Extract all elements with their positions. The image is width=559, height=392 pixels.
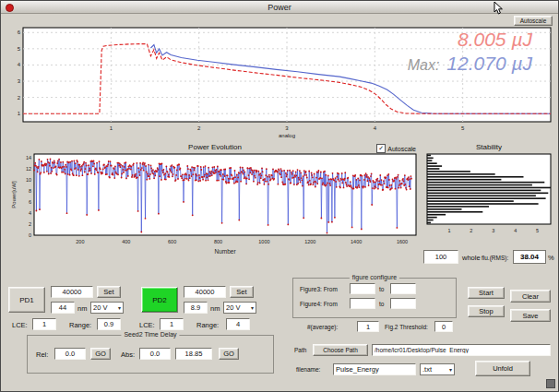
pd1-button[interactable]: PD1 [8, 287, 45, 313]
fig2-threshold-label: Fig.2 Threshold: [385, 324, 428, 330]
whole-count-input[interactable] [423, 250, 458, 264]
chevron-down-icon: ▾ [449, 366, 452, 373]
clear-button[interactable]: Clear [510, 290, 551, 303]
evolution-autoscale-checkbox[interactable]: ✓ Autoscale [376, 144, 416, 153]
svg-text:5: 5 [18, 46, 21, 52]
figure4-range-label: Figure4: From [300, 301, 338, 307]
close-button[interactable] [6, 4, 14, 12]
seed2-delay-legend: Seed2 Time Delay [121, 331, 179, 338]
svg-text:3: 3 [285, 125, 289, 131]
start-button[interactable]: Start [468, 287, 505, 299]
evolution-canvas: 024681012142004006008001000120014001600N… [8, 152, 422, 267]
svg-text:200: 200 [76, 239, 84, 244]
svg-text:14: 14 [26, 155, 31, 160]
lce1-input[interactable] [32, 318, 56, 330]
svg-text:Power[uW]: Power[uW] [11, 181, 17, 208]
abs-label: Abs: [121, 350, 135, 359]
pd1-wavelength-input[interactable] [51, 302, 75, 314]
range1-input[interactable] [97, 318, 121, 330]
chevron-down-icon: ▾ [251, 304, 254, 311]
abs-position-field[interactable] [175, 348, 212, 360]
lce2-input[interactable] [160, 318, 184, 330]
svg-text:8: 8 [29, 188, 31, 194]
svg-text:1200: 1200 [304, 239, 315, 244]
choose-path-button[interactable]: Choose Path [313, 344, 368, 356]
max-value: 12.070 µJ [446, 53, 532, 75]
svg-text:1600: 1600 [397, 239, 408, 244]
svg-text:3: 3 [18, 78, 21, 84]
range2-input[interactable] [226, 318, 250, 330]
svg-text:5: 5 [536, 228, 539, 233]
svg-text:6: 6 [29, 199, 31, 205]
svg-text:12: 12 [26, 166, 31, 172]
evolution-autoscale-label: Autoscale [387, 146, 416, 152]
pd2-nm-label: nm [210, 304, 220, 313]
svg-text:analog: analog [279, 133, 295, 138]
file-format-select[interactable]: .txt ▾ [420, 363, 455, 375]
svg-text:5: 5 [461, 125, 465, 131]
rel-delay-input[interactable] [54, 348, 86, 360]
checkbox-check-icon: ✓ [376, 144, 386, 153]
svg-text:2: 2 [29, 221, 31, 227]
figure3-to-label: to [379, 286, 384, 292]
pd1-voltage-value: 20 V [93, 303, 107, 312]
svg-text:Number: Number [214, 248, 236, 255]
abs-go-button[interactable]: GO [219, 348, 239, 360]
rms-value-display: 38.04 [513, 250, 546, 264]
rms-label: flu.(RMS): [482, 255, 508, 261]
pd2-gain-input[interactable] [184, 286, 226, 298]
svg-text:1: 1 [110, 125, 113, 131]
figure4-to-input[interactable] [390, 298, 416, 309]
rel-go-button[interactable]: GO [90, 348, 111, 360]
figure-configure-legend: figure configure [350, 274, 399, 280]
evolution-title: Power Evolution [8, 143, 422, 152]
max-energy-readout: Max: 12.070 µJ [408, 53, 532, 75]
range2-label: Range: [196, 321, 219, 329]
svg-text:2: 2 [470, 228, 472, 233]
average-input[interactable] [357, 321, 379, 332]
svg-text:2: 2 [197, 125, 201, 131]
svg-text:4: 4 [18, 62, 21, 67]
pd1-set-button[interactable]: Set [97, 286, 121, 298]
save-button[interactable]: Save [510, 309, 551, 322]
figure3-to-input[interactable] [390, 283, 416, 294]
unfold-button[interactable]: Unfold [475, 361, 530, 376]
figure4-from-input[interactable] [350, 298, 375, 309]
pd2-button[interactable]: PD2 [141, 287, 178, 313]
lce1-label: LCE: [12, 321, 28, 329]
figure4-to-label: to [379, 301, 384, 307]
stability-canvas: 12345 [423, 152, 554, 244]
svg-text:10: 10 [26, 177, 31, 183]
pd1-nm-label: nm [77, 304, 87, 313]
rel-label: Rel: [36, 350, 48, 359]
stability-title: Stability [423, 143, 554, 152]
filename-label: filename: [296, 366, 320, 373]
file-format-value: .txt [422, 365, 432, 374]
figure3-from-input[interactable] [350, 283, 375, 294]
svg-text:1000: 1000 [258, 239, 269, 244]
pd2-voltage-select[interactable]: 20 V ▾ [223, 302, 256, 314]
svg-text:6: 6 [18, 30, 21, 35]
pd2-set-button[interactable]: Set [230, 286, 254, 298]
pd1-voltage-select[interactable]: 20 V ▾ [90, 302, 124, 314]
chevron-down-icon: ▾ [118, 304, 121, 311]
fig2-threshold-input[interactable] [434, 321, 453, 332]
resize-grip[interactable] [546, 379, 555, 388]
stability-plot: Stability 12345 [423, 143, 554, 246]
abs-delay-input[interactable] [139, 348, 171, 360]
svg-text:4: 4 [374, 125, 377, 131]
percent-label: % [548, 254, 554, 262]
titlebar: Power [1, 1, 558, 14]
power-window: Power Autoscale 12345612345analog 8.005 … [0, 0, 559, 392]
stop-button[interactable]: Stop [468, 305, 505, 317]
svg-text:1400: 1400 [351, 239, 362, 244]
path-field[interactable] [372, 344, 551, 356]
pd1-gain-input[interactable] [51, 286, 93, 298]
max-label: Max: [408, 57, 440, 74]
pd2-wavelength-input[interactable] [184, 302, 208, 314]
pd2-voltage-value: 20 V [226, 303, 240, 312]
mouse-cursor-icon [494, 2, 505, 16]
svg-text:4: 4 [29, 210, 31, 216]
filename-input[interactable] [333, 363, 416, 375]
average-label: #(average): [307, 324, 338, 330]
